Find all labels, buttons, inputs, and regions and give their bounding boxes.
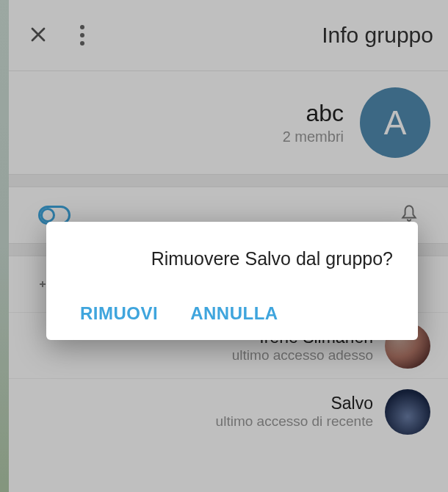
dialog-actions: RIMUOVI ANNULLA — [67, 303, 397, 324]
dialog-message: Rimuovere Salvo dal gruppo? — [67, 248, 397, 269]
confirm-dialog: Rimuovere Salvo dal gruppo? RIMUOVI ANNU… — [46, 222, 418, 340]
confirm-button[interactable]: RIMUOVI — [80, 303, 158, 324]
cancel-button[interactable]: ANNULLA — [190, 303, 278, 324]
